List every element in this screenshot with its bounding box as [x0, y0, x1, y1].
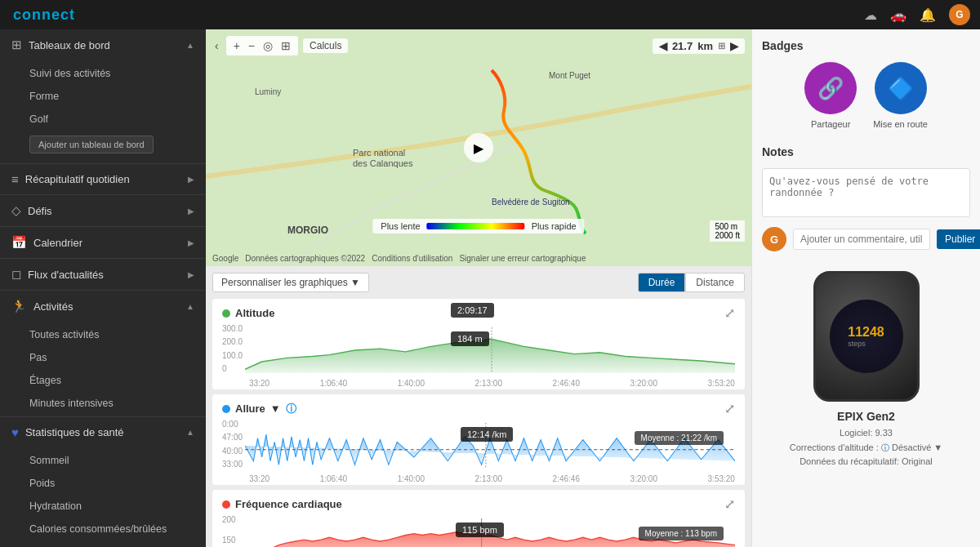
speed-slow-label: Plus lente: [381, 221, 420, 231]
allure-avg-label: Moyenne : 21:22 /km: [635, 431, 724, 445]
layers-icon: ≡: [11, 172, 19, 186]
allure-dropdown-icon[interactable]: ▼: [270, 402, 281, 415]
allure-y-labels: 0:00 47:00 40:00 33:00: [222, 420, 243, 469]
allure-y-0: 0:00: [222, 420, 243, 429]
allure-info-icon[interactable]: ⓘ: [286, 402, 296, 416]
device-software: Logiciel: 9.33: [790, 426, 942, 441]
map-distance: 21.7: [672, 40, 693, 52]
app-logo: connect: [13, 7, 75, 24]
map-overlay-top: ‹ + − ◎ ⊞ Calculs ◀: [206, 36, 751, 56]
map-attribution: Google Données cartographiques ©2022 Con…: [212, 254, 586, 263]
alt-x-5: 3:20:00: [630, 379, 657, 388]
sidebar: connect ⊞ Tableaux de bord ▲ Suivi des a…: [0, 0, 206, 547]
bell-icon[interactable]: 🔔: [920, 7, 936, 23]
news-icon: ◻: [11, 267, 21, 282]
sidebar-item-golf[interactable]: Golf: [0, 108, 206, 131]
alt-x-2: 1:40:00: [398, 379, 425, 388]
device-section: 11248 steps EPIX Gen2 Logiciel: 9.33 Cor…: [762, 265, 970, 469]
svg-text:MORGIO: MORGIO: [287, 225, 328, 236]
map-placeholder: Parc national des Calanques Mont Puget B…: [206, 29, 751, 266]
sidebar-item-etages[interactable]: Étages: [0, 369, 206, 392]
altitude-status: Désactivé: [892, 442, 931, 452]
car-icon[interactable]: 🚗: [890, 7, 906, 23]
frequence-chart-title: Fréquence cardiaque: [222, 498, 342, 510]
customize-button[interactable]: Personnaliser les graphiques ▼: [212, 273, 369, 292]
heart-icon: ♥: [11, 425, 19, 439]
device-info: Logiciel: 9.33 Corrections d'altitude : …: [790, 426, 942, 469]
sidebar-item-pas[interactable]: Pas: [0, 346, 206, 369]
comment-row: G Publier: [762, 227, 970, 251]
altitude-y-labels: 300.0 200.0 100.0 0: [222, 324, 243, 373]
chevron-right-icon-defis: ▶: [188, 207, 194, 216]
svg-text:Luminy: Luminy: [255, 87, 281, 96]
satellite-button[interactable]: ⊞: [278, 38, 293, 53]
sidebar-item-forme[interactable]: Forme: [0, 85, 206, 108]
play-button[interactable]: ▶: [464, 133, 493, 162]
allure-x-0: 33:20: [249, 474, 270, 483]
sidebar-item-calories[interactable]: Calories consommées/brûlées: [0, 518, 206, 540]
altitude-y-0: 300.0: [222, 324, 243, 333]
allure-chart-title: Allure ▼ ⓘ: [222, 402, 296, 416]
user-avatar[interactable]: G: [949, 4, 970, 25]
frequence-expand-button[interactable]: ⤢: [724, 496, 735, 512]
distance-button[interactable]: Distance: [685, 273, 745, 292]
nav-header-calendrier[interactable]: 📅 Calendrier ▶: [0, 227, 206, 258]
allure-svg-canvas: 12:14 /km Moyenne : 21:22 /km: [245, 423, 735, 469]
freq-y-1: 150: [222, 536, 236, 545]
run-icon: 🏃: [11, 299, 27, 314]
collapse-map-button[interactable]: ‹: [212, 38, 221, 53]
sidebar-item-hydratation[interactable]: Hydratation: [0, 495, 206, 518]
frequence-chart-card: Fréquence cardiaque ⤢ 200 150 100: [212, 490, 745, 547]
sidebar-item-toutes[interactable]: Toutes activités: [0, 323, 206, 346]
altitude-status-icon: ⓘ: [881, 443, 889, 452]
allure-x-6: 3:53:20: [708, 474, 735, 483]
allure-x-3: 2:13:00: [475, 474, 502, 483]
publish-button[interactable]: Publier: [937, 229, 980, 249]
sidebar-item-sommeil[interactable]: Sommeil: [0, 449, 206, 472]
chevron-right-icon-calendrier: ▶: [188, 238, 194, 247]
map-unit-toggle[interactable]: ⊞: [718, 41, 725, 51]
sidebar-item-minutes[interactable]: Minutes intensives: [0, 392, 206, 415]
nav-header-tableaux[interactable]: ⊞ Tableaux de bord ▲: [0, 29, 206, 60]
allure-x-4: 2:46:46: [553, 474, 580, 483]
comment-input[interactable]: [793, 229, 930, 250]
frequence-title-text: Fréquence cardiaque: [235, 498, 342, 510]
altitude-expand-button[interactable]: ⤢: [724, 305, 735, 321]
allure-x-1: 1:06:40: [320, 474, 347, 483]
altitude-dropdown[interactable]: ▼: [933, 442, 942, 452]
terms-link[interactable]: Conditions d'utilisation: [372, 254, 452, 263]
watch-steps: 11248: [848, 325, 884, 340]
nav-header-flux[interactable]: ◻ Flux d'actualités ▶: [0, 259, 206, 290]
badge-partageur: 🔗 Partageur: [804, 62, 857, 129]
sidebar-item-poids[interactable]: Poids: [0, 472, 206, 495]
badge-partageur-icon[interactable]: 🔗: [804, 62, 857, 114]
charts-section: Personnaliser les graphiques ▼ Durée Dis…: [206, 266, 751, 547]
error-link[interactable]: Signaler une erreur cartographique: [459, 254, 586, 263]
user-comment-avatar: G: [762, 227, 786, 251]
freq-y-0: 200: [222, 515, 236, 524]
duree-button[interactable]: Durée: [638, 273, 686, 292]
svg-text:Mont Puget: Mont Puget: [549, 71, 590, 80]
nav-header-statistiques[interactable]: ♥ Statistiques de santé ▲: [0, 417, 206, 447]
alt-x-6: 3:53:20: [708, 379, 735, 388]
frequence-chart-header: Fréquence cardiaque ⤢: [212, 490, 745, 515]
nav-label-flux: Flux d'actualités: [28, 269, 104, 281]
alt-x-0: 33:20: [249, 379, 270, 388]
recenter-button[interactable]: ◎: [261, 38, 275, 53]
nav-header-recapitulatif[interactable]: ≡ Récapitulatif quotidien ▶: [0, 164, 206, 194]
zoom-out-button[interactable]: −: [246, 38, 257, 53]
sidebar-item-suivi[interactable]: Suivi des activités: [0, 62, 206, 85]
nav-section-tableaux: ⊞ Tableaux de bord ▲ Suivi des activités…: [0, 29, 206, 164]
chart-toolbar: Personnaliser les graphiques ▼ Durée Dis…: [212, 266, 745, 299]
add-tableau-button[interactable]: Ajouter un tableau de bord: [29, 136, 154, 153]
sidebar-item-oxymetre[interactable]: Oxymètre de pouls: [0, 540, 206, 547]
notes-textarea[interactable]: [762, 168, 970, 217]
trophy-icon: ◇: [11, 203, 21, 218]
allure-expand-button[interactable]: ⤢: [724, 401, 735, 416]
zoom-in-button[interactable]: +: [231, 38, 243, 53]
cloud-icon[interactable]: ☁: [864, 7, 877, 23]
allure-chart-card: Allure ▼ ⓘ ⤢ 0:00 47:00 40:00 33:0: [212, 394, 745, 485]
nav-header-activites[interactable]: 🏃 Activités ▲: [0, 291, 206, 322]
nav-header-defis[interactable]: ◇ Défis ▶: [0, 195, 206, 226]
badge-mise-en-route-icon[interactable]: 🔷: [875, 62, 927, 114]
